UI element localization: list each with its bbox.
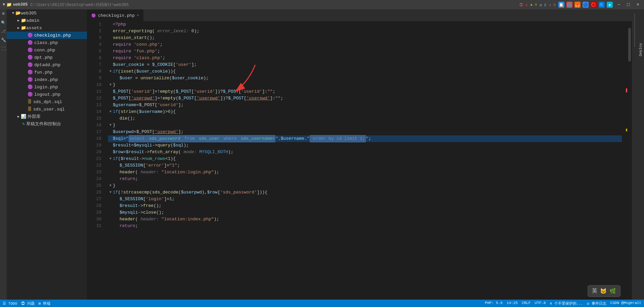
folder-icon-admin: 📁: [21, 18, 26, 23]
php-file-icon-dptadd: 🟣: [28, 62, 33, 68]
code-line-8: ▼ if(isset($user_cookie)){: [108, 68, 622, 75]
ext-icon-4[interactable]: 🔵: [583, 2, 589, 8]
fold-16[interactable]: ▼: [108, 122, 113, 129]
fold-26[interactable]: ▼: [108, 189, 113, 196]
sql-orderby: order by id limit 1;: [310, 135, 366, 142]
sidebar-label-dptadd: dptadd.php: [34, 62, 60, 68]
notif-icon-1: 🐱: [600, 288, 607, 295]
ext-icon-5[interactable]: ⭕: [591, 2, 597, 8]
activity-explorer-icon[interactable]: ≡: [0, 11, 6, 17]
deploy-label[interactable]: Deploy: [639, 43, 643, 56]
status-right: PHP: 5.6 14:25 CRLF UTF-8 4 个不受保护的... ◎ …: [485, 301, 641, 306]
status-php-version: PHP: 5.6: [485, 301, 503, 306]
folder-open-icon: 📂: [15, 10, 21, 16]
tab-close-icon[interactable]: ×: [137, 13, 139, 17]
window-maximize[interactable]: □: [625, 2, 632, 7]
info-badge[interactable]: ◎ 2: [540, 3, 546, 7]
fold-8[interactable]: ▼: [108, 68, 113, 75]
collapse-icon[interactable]: ▼: [3, 2, 5, 7]
code-line-12: $_POST['userpwd']=!empty($_POST['userpwd…: [108, 95, 622, 102]
right-panel: [632, 9, 637, 300]
sidebar-item-logout[interactable]: 🟣 logout.php: [7, 91, 87, 98]
sidebar-item-dpt[interactable]: 🟣 dpt.php: [7, 54, 87, 61]
sidebar-label-checklogin: checklogin.php: [34, 33, 71, 38]
code-content[interactable]: <?php error_reporting( error_level: 0); …: [105, 21, 622, 300]
sidebar-item-checklogin[interactable]: 🟣 checklogin.php: [7, 32, 87, 39]
status-crlf[interactable]: CRLF: [522, 301, 531, 306]
sidebar-item-dptadd[interactable]: 🟣 dptadd.php: [7, 61, 87, 69]
sql-table: sds_user: [195, 135, 220, 142]
window-minimize[interactable]: −: [615, 2, 622, 7]
status-terminal[interactable]: ⊞ 终端: [39, 301, 50, 306]
ext-icon-6[interactable]: 🔷: [599, 2, 605, 8]
sql-file-icon-sds-dpt: 🗄: [28, 99, 32, 104]
tab-checklogin[interactable]: 🟣 checklogin.php ×: [87, 9, 143, 21]
php-file-icon-fun: 🟣: [28, 70, 33, 75]
fold-21[interactable]: ▼: [108, 156, 113, 162]
sidebar-item-admin[interactable]: ▶ 📁 admin: [7, 17, 87, 24]
chevron-right-icon-external: ▶: [17, 115, 19, 119]
code-line-27: $_SESSION['login']=1;: [108, 196, 622, 203]
status-encoding[interactable]: UTF-8: [535, 301, 546, 306]
activity-git-icon[interactable]: ⎇: [0, 28, 6, 34]
ext-icon-1[interactable]: 📋: [558, 2, 564, 8]
ext-icon-2[interactable]: 🌐: [566, 2, 572, 8]
db-icon-external: 📊: [21, 114, 26, 119]
sidebar-item-web305[interactable]: ▼ 📂 web305: [7, 9, 87, 17]
sidebar-item-sds-user[interactable]: 🗄 sds_user.sql: [7, 105, 87, 113]
sidebar-item-assets[interactable]: ▶ 📁 assets: [7, 24, 87, 32]
sidebar-item-index[interactable]: 🟣 index.php: [7, 76, 87, 83]
sidebar-label-sds-dpt: sds_dpt.sql: [33, 99, 62, 104]
code-line-11: $_POST['userid']=!empty($_POST['userid']…: [108, 88, 622, 95]
notif-icon-2: 🌿: [609, 288, 616, 295]
status-event-log[interactable]: ◎ 事件日志: [587, 301, 606, 306]
sidebar-item-class[interactable]: 🟣 class.php: [7, 39, 87, 46]
hint-badge[interactable]: ✦ 5: [549, 3, 556, 7]
code-line-25: ▼ }: [108, 182, 622, 189]
sidebar-item-conn[interactable]: 🟣 conn.php: [7, 46, 87, 54]
sidebar-item-external[interactable]: ▶ 📊 外部库: [7, 113, 87, 120]
scrollbar-thumb[interactable]: [628, 28, 631, 61]
code-editor[interactable]: 12345 678910 1112131415 1617181920 21222…: [87, 21, 632, 300]
status-issues[interactable]: ⓵ 问题: [21, 301, 35, 306]
fold-25[interactable]: ▼: [108, 182, 113, 189]
ext-icon-7[interactable]: ◈: [607, 2, 613, 8]
sidebar-label-drafts: 草稿文件和控制台: [26, 121, 61, 127]
sql-column: sds_password: [146, 135, 181, 142]
code-line-15: die();: [108, 115, 622, 122]
title-bar: ▼ 📁 web305 C:\Users\86135\Desktop\web\代码…: [0, 0, 644, 9]
code-line-18: $sql="select sds_password from sds_user …: [108, 135, 622, 142]
status-todo[interactable]: ☰ TODO: [3, 301, 17, 306]
sidebar-item-drafts[interactable]: ✎ 草稿文件和控制台: [7, 120, 87, 128]
chevron-right-icon: ▶: [17, 18, 19, 23]
sidebar-label-external: 外部库: [28, 114, 41, 120]
sidebar-label-index: index.php: [34, 77, 58, 82]
main-layout: ≡ 🔍 ⎇ 🔧 ⛶ ▼ 📂 web305 ▶ 📁 admin ▶ 📁 asset…: [0, 9, 644, 300]
sidebar-label-conn: conn.php: [34, 48, 55, 53]
sidebar-label-web305: web305: [21, 11, 37, 16]
code-line-20: $row=$result->fetch_array( mode: MYSQLI_…: [108, 149, 622, 156]
scrollbar[interactable]: [627, 21, 632, 300]
bottom-notification: 英 🐱 🌿: [588, 285, 620, 297]
php-file-icon-class: 🟣: [28, 40, 33, 45]
activity-search-icon[interactable]: 🔍: [0, 19, 6, 26]
deploy-tab[interactable]: Deploy: [637, 9, 644, 300]
warning-badge[interactable]: ▲ 4: [530, 3, 537, 7]
lang-flag: 英: [592, 288, 597, 295]
sidebar-item-sds-dpt[interactable]: 🗄 sds_dpt.sql: [7, 98, 87, 105]
error-badge[interactable]: ⓵ 1: [519, 3, 527, 7]
window-close[interactable]: ×: [635, 2, 641, 7]
ext-icon-3[interactable]: 🦊: [574, 2, 581, 8]
fold-10[interactable]: ▼: [108, 82, 113, 88]
draft-icon: ✎: [22, 121, 25, 127]
php-file-icon-index: 🟣: [28, 77, 33, 82]
sidebar-item-fun[interactable]: 🟣 fun.php: [7, 69, 87, 76]
activity-extensions-icon[interactable]: ⛶: [0, 46, 6, 52]
fold-14[interactable]: ▼: [108, 108, 113, 115]
code-line-9: $user = unserialize($user_cookie);: [108, 75, 622, 82]
right-panel-indicator: [634, 13, 635, 47]
activity-debug-icon[interactable]: 🔧: [0, 37, 6, 43]
sidebar: ▼ 📂 web305 ▶ 📁 admin ▶ 📁 assets 🟣 checkl…: [7, 9, 87, 300]
code-line-31: return;: [108, 223, 622, 229]
sidebar-item-login[interactable]: 🟣 login.php: [7, 83, 87, 91]
